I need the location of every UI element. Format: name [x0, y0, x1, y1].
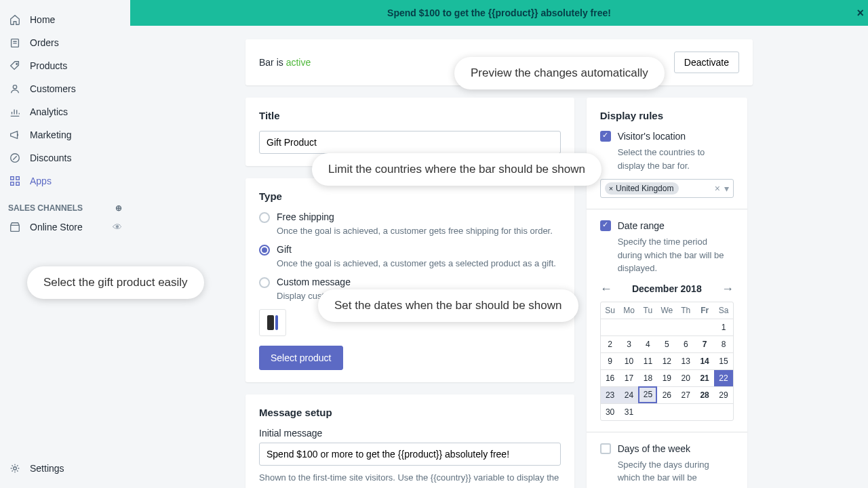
calendar-day[interactable]: 12 — [657, 352, 676, 369]
calendar-day[interactable]: 6 — [676, 336, 695, 352]
calendar-day[interactable]: 10 — [620, 352, 639, 369]
phone-icon — [267, 315, 274, 330]
calendar-day[interactable]: 15 — [714, 352, 733, 369]
title-input[interactable] — [259, 131, 561, 154]
checkbox-icon — [600, 220, 611, 231]
calendar-day[interactable]: 1 — [714, 319, 733, 336]
radio-description: Once the goal is achieved, a customer ge… — [277, 226, 561, 236]
remove-tag-icon[interactable]: × — [609, 184, 613, 192]
sidebar-item-marketing[interactable]: Marketing — [0, 123, 130, 146]
sidebar-item-home[interactable]: Home — [0, 8, 130, 31]
calendar-day[interactable]: 29 — [714, 386, 733, 403]
calendar-day[interactable]: 3 — [620, 336, 639, 352]
product-thumbnail[interactable] — [259, 309, 286, 336]
calendar-day[interactable]: 18 — [638, 369, 657, 386]
country-tag: ×United Kingdom — [605, 182, 679, 195]
clear-icon[interactable]: × — [715, 183, 720, 194]
card-heading: Title — [259, 110, 561, 121]
svg-rect-4 — [11, 177, 14, 180]
calendar-day — [676, 403, 695, 420]
calendar-day[interactable]: 2 — [601, 336, 620, 352]
sidebar-item-products[interactable]: Products — [0, 54, 130, 77]
announcement-bar-preview: Spend $100 to get the {{product}} absolu… — [130, 0, 868, 26]
calendar-day[interactable]: 20 — [676, 369, 695, 386]
callout-dates: Set the dates when the bar should be sho… — [318, 289, 578, 322]
store-icon — [8, 220, 22, 234]
calendar-day — [657, 319, 676, 336]
calendar-day[interactable]: 14 — [695, 352, 714, 369]
svg-point-2 — [13, 85, 16, 89]
nav-label: Customers — [30, 83, 76, 94]
nav-label: Settings — [30, 463, 64, 474]
calendar-day[interactable]: 11 — [638, 352, 657, 369]
calendar-day — [714, 403, 733, 420]
calendar-day[interactable]: 4 — [638, 336, 657, 352]
calendar-day[interactable]: 13 — [676, 352, 695, 369]
callout-gift: Select the gift product easily — [27, 266, 204, 299]
initial-message-input[interactable] — [259, 443, 561, 466]
sidebar-item-online-store[interactable]: Online Store👁 — [0, 216, 130, 239]
chevron-down-icon[interactable]: ▾ — [724, 183, 729, 194]
checkbox-visitors-location[interactable]: Visitor's location — [600, 131, 734, 142]
nav-label: Apps — [30, 176, 52, 186]
sidebar-item-discounts[interactable]: Discounts — [0, 146, 130, 169]
calendar-day[interactable]: 21 — [695, 369, 714, 386]
checkbox-date-range[interactable]: Date range — [600, 220, 734, 231]
calendar-day[interactable]: 26 — [657, 386, 676, 403]
calendar-day[interactable]: 24 — [620, 386, 639, 403]
calendar-day — [657, 403, 676, 420]
calendar-day[interactable]: 28 — [695, 386, 714, 403]
radio-custom-message[interactable]: Custom message — [259, 277, 561, 288]
sidebar-item-analytics[interactable]: Analytics — [0, 100, 130, 123]
sidebar-item-orders[interactable]: Orders — [0, 31, 130, 54]
add-channel-icon[interactable]: ⊕ — [115, 203, 122, 213]
calendar-day[interactable]: 8 — [714, 336, 733, 352]
checkbox-days-of-week[interactable]: Days of the week — [600, 443, 734, 454]
analytics-icon — [8, 105, 22, 119]
calendar-day[interactable]: 27 — [676, 386, 695, 403]
calendar-day[interactable]: 7 — [695, 336, 714, 352]
view-icon[interactable]: 👁 — [113, 222, 122, 232]
calendar-month-label: December 2018 — [632, 283, 702, 294]
calendar-day[interactable]: 16 — [601, 369, 620, 386]
calendar-day[interactable]: 17 — [620, 369, 639, 386]
calendar-day[interactable]: 9 — [601, 352, 620, 369]
country-select[interactable]: ×United Kingdom ×▾ — [600, 179, 734, 198]
calendar-day[interactable]: 23 — [601, 386, 620, 403]
close-icon[interactable]: × — [856, 6, 864, 20]
calendar-day[interactable]: 31 — [620, 403, 639, 420]
nav-label: Marketing — [30, 129, 71, 140]
calendar-day[interactable]: 5 — [657, 336, 676, 352]
calendar-next-icon[interactable]: → — [722, 282, 734, 296]
select-product-button[interactable]: Select product — [259, 346, 343, 370]
calendar-day — [676, 319, 695, 336]
radio-gift[interactable]: Gift — [259, 244, 561, 256]
tag-icon — [8, 59, 22, 73]
discount-icon — [8, 151, 22, 165]
calendar-day[interactable]: 30 — [601, 403, 620, 420]
radio-icon — [259, 212, 270, 223]
calendar-dow: Th — [676, 302, 695, 319]
calendar-prev-icon[interactable]: ← — [600, 282, 612, 296]
calendar-day — [638, 403, 657, 420]
sales-channels-heading: SALES CHANNELS ⊕ — [0, 192, 130, 216]
initial-message-label: Initial message — [259, 428, 561, 439]
svg-point-1 — [16, 63, 18, 64]
checkbox-icon — [600, 443, 611, 454]
radio-description: Once the goal is achieved, a customer ge… — [277, 258, 561, 268]
sidebar-item-customers[interactable]: Customers — [0, 77, 130, 100]
calendar-dow: Su — [601, 302, 620, 319]
calendar-day[interactable]: 19 — [657, 369, 676, 386]
message-setup-card: Message setup Initial message Shown to t… — [245, 394, 574, 488]
sidebar-item-apps[interactable]: Apps — [0, 169, 130, 192]
calendar-dow: We — [657, 302, 676, 319]
radio-icon — [259, 277, 270, 288]
person-icon — [8, 82, 22, 96]
sidebar-item-settings[interactable]: Settings — [0, 457, 130, 480]
calendar-day — [601, 319, 620, 336]
radio-free-shipping[interactable]: Free shipping — [259, 211, 561, 223]
home-icon — [8, 13, 22, 26]
deactivate-button[interactable]: Deactivate — [674, 52, 739, 73]
calendar-day[interactable]: 22 — [714, 369, 733, 386]
calendar-day[interactable]: 25 — [638, 386, 657, 403]
